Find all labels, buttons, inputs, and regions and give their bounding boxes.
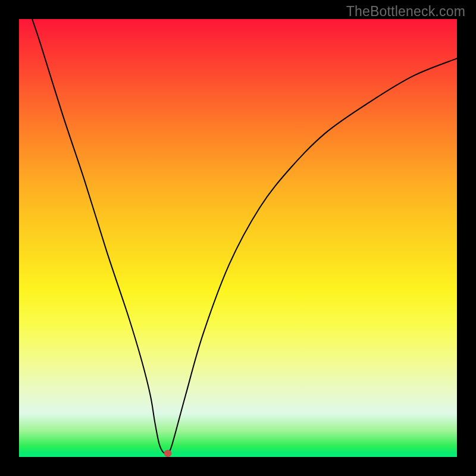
bottleneck-curve [32, 19, 457, 453]
chart-frame: TheBottleneck.com [0, 0, 476, 476]
curve-svg [19, 19, 457, 457]
min-marker-icon [164, 450, 172, 457]
plot-area [19, 19, 457, 457]
watermark-text: TheBottleneck.com [346, 4, 465, 20]
